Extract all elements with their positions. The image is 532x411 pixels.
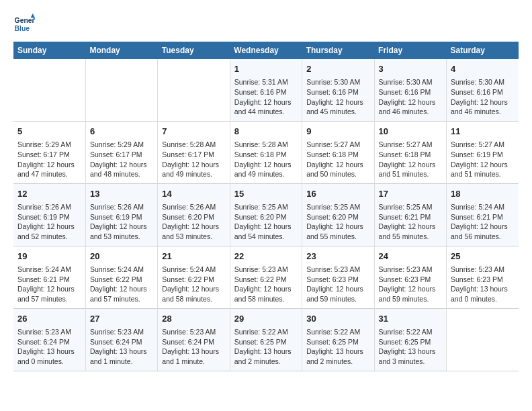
day-number: 13 [90, 188, 153, 200]
svg-text:General: General [15, 17, 35, 24]
calendar-cell: 28Sunrise: 5:23 AM Sunset: 6:24 PM Dayli… [158, 308, 230, 371]
day-number: 25 [451, 250, 515, 263]
day-info: Sunrise: 5:29 AM Sunset: 6:17 PM Dayligh… [90, 140, 153, 179]
logo-icon: General Blue [13, 13, 35, 35]
calendar-cell: 31Sunrise: 5:22 AM Sunset: 6:25 PM Dayli… [374, 308, 446, 371]
weekday-header-sunday: Sunday [13, 42, 85, 59]
day-number: 19 [17, 250, 81, 263]
day-number: 20 [90, 250, 153, 263]
calendar-cell: 27Sunrise: 5:23 AM Sunset: 6:24 PM Dayli… [85, 308, 157, 371]
weekday-header-thursday: Thursday [302, 42, 374, 59]
day-number: 22 [234, 250, 298, 263]
day-number: 9 [306, 126, 369, 138]
day-info: Sunrise: 5:23 AM Sunset: 6:24 PM Dayligh… [162, 327, 225, 367]
day-number: 31 [379, 313, 442, 325]
week-row-2: 5Sunrise: 5:29 AM Sunset: 6:17 PM Daylig… [13, 121, 519, 183]
week-row-5: 26Sunrise: 5:23 AM Sunset: 6:24 PM Dayli… [13, 308, 519, 371]
day-number: 26 [17, 313, 81, 325]
day-info: Sunrise: 5:26 AM Sunset: 6:20 PM Dayligh… [162, 202, 225, 242]
weekday-header-monday: Monday [85, 42, 157, 59]
day-number: 24 [379, 250, 442, 263]
week-row-4: 19Sunrise: 5:24 AM Sunset: 6:21 PM Dayli… [13, 246, 519, 308]
weekday-header-wednesday: Wednesday [230, 42, 302, 59]
day-number: 2 [306, 63, 369, 75]
calendar-cell [158, 59, 230, 121]
calendar-cell: 4Sunrise: 5:30 AM Sunset: 6:16 PM Daylig… [447, 59, 519, 121]
calendar-cell: 30Sunrise: 5:22 AM Sunset: 6:25 PM Dayli… [302, 308, 374, 371]
calendar-cell: 13Sunrise: 5:26 AM Sunset: 6:19 PM Dayli… [85, 183, 157, 246]
calendar-cell: 9Sunrise: 5:27 AM Sunset: 6:18 PM Daylig… [302, 121, 374, 183]
day-info: Sunrise: 5:26 AM Sunset: 6:19 PM Dayligh… [90, 202, 153, 242]
calendar-cell [85, 59, 157, 121]
day-number: 6 [90, 126, 153, 138]
calendar-cell: 11Sunrise: 5:27 AM Sunset: 6:19 PM Dayli… [447, 121, 519, 183]
logo: General Blue [13, 13, 35, 35]
day-number: 3 [379, 63, 442, 75]
day-info: Sunrise: 5:22 AM Sunset: 6:25 PM Dayligh… [379, 327, 442, 367]
calendar-cell [13, 59, 85, 121]
svg-text:Blue: Blue [15, 25, 30, 32]
calendar-cell: 8Sunrise: 5:28 AM Sunset: 6:18 PM Daylig… [230, 121, 302, 183]
day-info: Sunrise: 5:24 AM Sunset: 6:22 PM Dayligh… [162, 265, 225, 304]
day-number: 30 [306, 313, 369, 325]
day-number: 18 [451, 188, 515, 200]
calendar-cell: 22Sunrise: 5:23 AM Sunset: 6:22 PM Dayli… [230, 246, 302, 308]
day-info: Sunrise: 5:27 AM Sunset: 6:19 PM Dayligh… [451, 140, 515, 179]
day-number: 12 [17, 188, 81, 200]
calendar-cell: 7Sunrise: 5:28 AM Sunset: 6:17 PM Daylig… [158, 121, 230, 183]
weekday-header-saturday: Saturday [447, 42, 519, 59]
calendar-cell: 26Sunrise: 5:23 AM Sunset: 6:24 PM Dayli… [13, 308, 85, 371]
calendar-header: SundayMondayTuesdayWednesdayThursdayFrid… [13, 42, 519, 59]
day-number: 17 [379, 188, 442, 200]
calendar-cell: 25Sunrise: 5:23 AM Sunset: 6:23 PM Dayli… [447, 246, 519, 308]
calendar-cell: 14Sunrise: 5:26 AM Sunset: 6:20 PM Dayli… [158, 183, 230, 246]
calendar-cell: 12Sunrise: 5:26 AM Sunset: 6:19 PM Dayli… [13, 183, 85, 246]
weekday-header-tuesday: Tuesday [158, 42, 230, 59]
day-number: 27 [90, 313, 153, 325]
calendar-cell: 21Sunrise: 5:24 AM Sunset: 6:22 PM Dayli… [158, 246, 230, 308]
calendar-cell: 17Sunrise: 5:25 AM Sunset: 6:21 PM Dayli… [374, 183, 446, 246]
day-info: Sunrise: 5:22 AM Sunset: 6:25 PM Dayligh… [306, 327, 369, 367]
day-info: Sunrise: 5:25 AM Sunset: 6:21 PM Dayligh… [379, 202, 442, 242]
day-number: 10 [379, 126, 442, 138]
calendar-cell: 2Sunrise: 5:30 AM Sunset: 6:16 PM Daylig… [302, 59, 374, 121]
calendar-cell: 24Sunrise: 5:23 AM Sunset: 6:23 PM Dayli… [374, 246, 446, 308]
calendar-table: SundayMondayTuesdayWednesdayThursdayFrid… [13, 42, 519, 371]
day-info: Sunrise: 5:30 AM Sunset: 6:16 PM Dayligh… [306, 77, 369, 117]
weekday-header-friday: Friday [374, 42, 446, 59]
week-row-1: 1Sunrise: 5:31 AM Sunset: 6:16 PM Daylig… [13, 59, 519, 121]
day-info: Sunrise: 5:30 AM Sunset: 6:16 PM Dayligh… [451, 77, 515, 117]
day-info: Sunrise: 5:30 AM Sunset: 6:16 PM Dayligh… [379, 77, 442, 117]
day-info: Sunrise: 5:23 AM Sunset: 6:23 PM Dayligh… [451, 265, 515, 304]
calendar-cell: 18Sunrise: 5:24 AM Sunset: 6:21 PM Dayli… [447, 183, 519, 246]
page-header: General Blue [13, 13, 519, 35]
day-info: Sunrise: 5:25 AM Sunset: 6:20 PM Dayligh… [306, 202, 369, 242]
day-info: Sunrise: 5:25 AM Sunset: 6:20 PM Dayligh… [234, 202, 298, 242]
calendar-cell [447, 308, 519, 371]
calendar-cell: 29Sunrise: 5:22 AM Sunset: 6:25 PM Dayli… [230, 308, 302, 371]
calendar-cell: 1Sunrise: 5:31 AM Sunset: 6:16 PM Daylig… [230, 59, 302, 121]
day-number: 16 [306, 188, 369, 200]
day-info: Sunrise: 5:23 AM Sunset: 6:24 PM Dayligh… [17, 327, 81, 367]
calendar-cell: 10Sunrise: 5:27 AM Sunset: 6:18 PM Dayli… [374, 121, 446, 183]
day-info: Sunrise: 5:23 AM Sunset: 6:22 PM Dayligh… [234, 265, 298, 304]
day-info: Sunrise: 5:24 AM Sunset: 6:22 PM Dayligh… [90, 265, 153, 304]
day-info: Sunrise: 5:24 AM Sunset: 6:21 PM Dayligh… [451, 202, 515, 242]
week-row-3: 12Sunrise: 5:26 AM Sunset: 6:19 PM Dayli… [13, 183, 519, 246]
day-number: 8 [234, 126, 298, 138]
calendar-cell: 15Sunrise: 5:25 AM Sunset: 6:20 PM Dayli… [230, 183, 302, 246]
day-number: 1 [234, 63, 298, 75]
day-info: Sunrise: 5:31 AM Sunset: 6:16 PM Dayligh… [234, 77, 298, 117]
day-info: Sunrise: 5:28 AM Sunset: 6:18 PM Dayligh… [234, 140, 298, 179]
day-number: 15 [234, 188, 298, 200]
day-info: Sunrise: 5:23 AM Sunset: 6:23 PM Dayligh… [306, 265, 369, 304]
day-info: Sunrise: 5:28 AM Sunset: 6:17 PM Dayligh… [162, 140, 225, 179]
day-number: 14 [162, 188, 225, 200]
day-number: 23 [306, 250, 369, 263]
calendar-cell: 16Sunrise: 5:25 AM Sunset: 6:20 PM Dayli… [302, 183, 374, 246]
day-info: Sunrise: 5:27 AM Sunset: 6:18 PM Dayligh… [379, 140, 442, 179]
svg-marker-2 [31, 13, 35, 17]
calendar-cell: 20Sunrise: 5:24 AM Sunset: 6:22 PM Dayli… [85, 246, 157, 308]
day-info: Sunrise: 5:23 AM Sunset: 6:24 PM Dayligh… [90, 327, 153, 367]
day-info: Sunrise: 5:22 AM Sunset: 6:25 PM Dayligh… [234, 327, 298, 367]
